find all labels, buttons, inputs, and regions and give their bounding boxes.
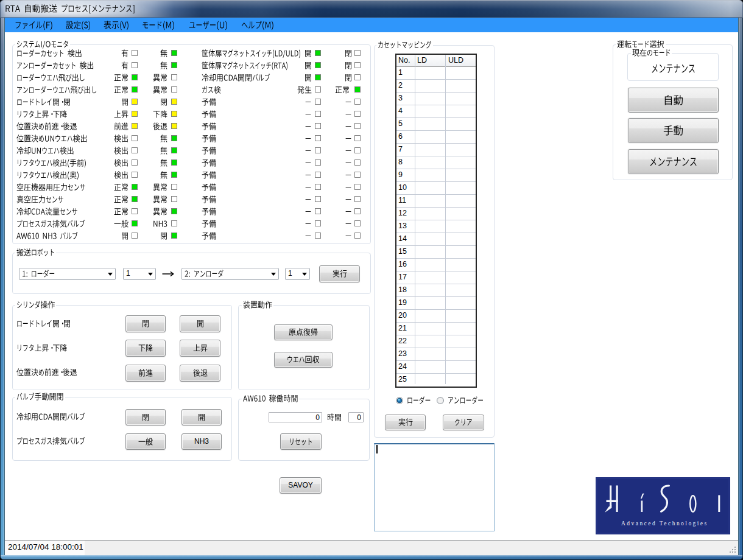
svg-text:Advanced Technologies: Advanced Technologies: [621, 520, 708, 527]
